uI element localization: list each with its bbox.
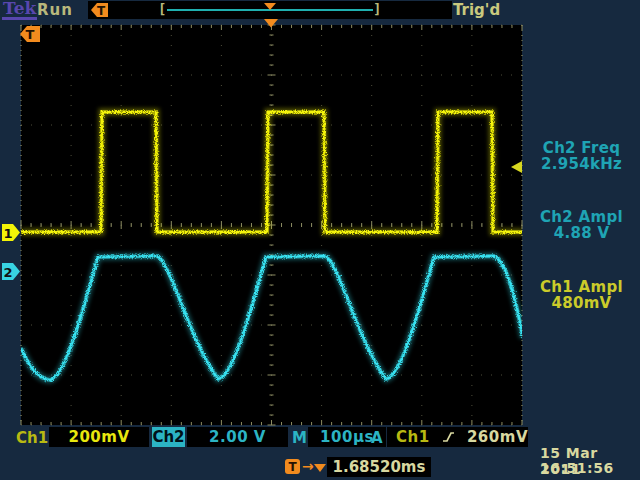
titlebar-trigger-icon-label: T	[97, 4, 106, 18]
scope-display: T T 1 2	[0, 0, 640, 480]
ch2-ground-marker-label: 2	[3, 265, 12, 280]
oscilloscope-screen: Tek Run [ ] Trig'd Ch2 Freq 2.954kHz Ch2…	[0, 0, 640, 480]
ch1-ground-marker: 1	[2, 224, 20, 241]
titlebar-trigger-icon: T	[91, 3, 108, 18]
ch2-ground-marker: 2	[2, 263, 20, 280]
trigger-offscreen-marker-label: T	[26, 27, 35, 42]
ch1-ground-marker-label: 1	[3, 226, 12, 241]
